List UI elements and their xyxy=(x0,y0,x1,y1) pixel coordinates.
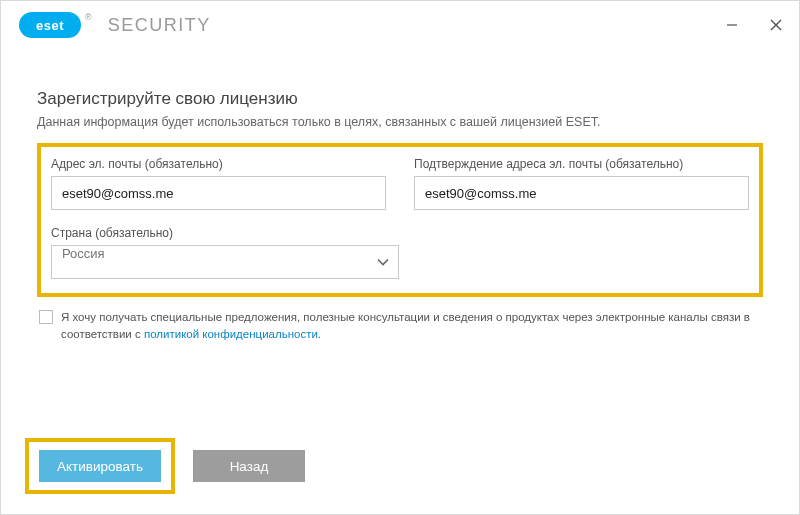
email-confirm-field-group: Подтверждение адреса эл. почты (обязател… xyxy=(414,157,749,210)
activate-highlight-box: Активировать xyxy=(25,438,175,494)
email-label: Адрес эл. почты (обязательно) xyxy=(51,157,386,171)
form-highlight-box: Адрес эл. почты (обязательно) Подтвержде… xyxy=(37,143,763,297)
registered-icon: ® xyxy=(85,12,92,22)
window-controls xyxy=(723,16,785,34)
consent-text-suffix: . xyxy=(318,328,321,340)
app-logo-text: SECURITY xyxy=(108,15,211,36)
privacy-policy-link[interactable]: политикой конфиденциальности xyxy=(144,328,318,340)
titlebar: eset ® SECURITY xyxy=(1,1,799,49)
app-logo: eset ® SECURITY xyxy=(19,12,211,38)
footer-buttons: Активировать Назад xyxy=(25,438,305,494)
app-window: eset ® SECURITY Зарегистрируйте свою лиц… xyxy=(0,0,800,515)
country-label: Страна (обязательно) xyxy=(51,226,399,240)
form-row-country: Страна (обязательно) Россия xyxy=(51,226,749,279)
country-select-wrap: Россия xyxy=(51,245,399,279)
email-confirm-input[interactable] xyxy=(414,176,749,210)
email-confirm-label: Подтверждение адреса эл. почты (обязател… xyxy=(414,157,749,171)
page-title: Зарегистрируйте свою лицензию xyxy=(37,89,763,109)
page-subtitle: Данная информация будет использоваться т… xyxy=(37,115,763,129)
email-field-group: Адрес эл. почты (обязательно) xyxy=(51,157,386,210)
consent-text: Я хочу получать специальные предложения,… xyxy=(61,309,761,342)
email-input[interactable] xyxy=(51,176,386,210)
minimize-icon xyxy=(726,19,738,31)
country-select[interactable]: Россия xyxy=(51,245,399,279)
country-field-group: Страна (обязательно) Россия xyxy=(51,226,399,279)
close-icon xyxy=(770,19,782,31)
consent-checkbox[interactable] xyxy=(39,310,53,324)
eset-logo-mark: eset xyxy=(19,12,81,38)
activate-button[interactable]: Активировать xyxy=(39,450,161,482)
back-button[interactable]: Назад xyxy=(193,450,305,482)
consent-row: Я хочу получать специальные предложения,… xyxy=(37,309,763,342)
close-button[interactable] xyxy=(767,16,785,34)
content-area: Зарегистрируйте свою лицензию Данная инф… xyxy=(1,49,799,342)
minimize-button[interactable] xyxy=(723,16,741,34)
form-row-email: Адрес эл. почты (обязательно) Подтвержде… xyxy=(51,157,749,210)
